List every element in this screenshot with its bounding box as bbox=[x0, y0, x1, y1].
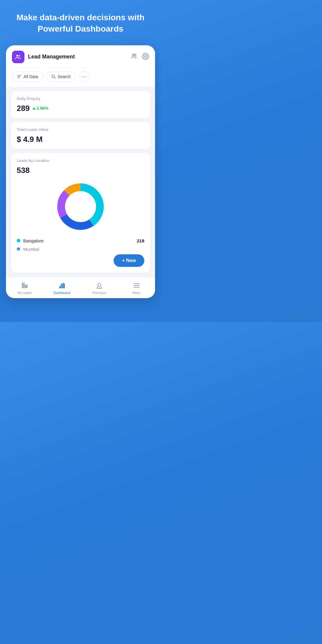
nav-item-all-leads[interactable]: All Leads bbox=[6, 280, 43, 296]
svg-rect-16 bbox=[22, 287, 27, 288]
all-leads-label: All Leads bbox=[18, 291, 32, 295]
more-icon bbox=[132, 281, 141, 290]
hero-title: Make data-driven decisions with Powerful… bbox=[6, 12, 155, 35]
new-button[interactable]: + New bbox=[114, 254, 144, 267]
settings-icon[interactable] bbox=[142, 53, 149, 61]
daily-enquiry-label: Daily Enquiry bbox=[17, 96, 144, 101]
premium-label: Premium bbox=[92, 291, 106, 295]
svg-point-21 bbox=[98, 284, 101, 287]
svg-rect-19 bbox=[63, 284, 65, 288]
svg-point-3 bbox=[135, 54, 136, 55]
daily-enquiry-card: Daily Enquiry 289 2.98% bbox=[11, 91, 150, 118]
app-logo bbox=[12, 51, 24, 63]
svg-rect-14 bbox=[22, 283, 24, 284]
daily-enquiry-change: 2.98% bbox=[32, 106, 48, 111]
more-options-button[interactable]: ··· bbox=[79, 71, 89, 82]
legend-item-bangalore: Bangalore 218 bbox=[17, 238, 144, 243]
bangalore-value: 218 bbox=[137, 238, 144, 243]
new-button-container: + New bbox=[17, 253, 144, 267]
all-data-button[interactable]: All Data bbox=[12, 72, 43, 82]
svg-rect-17 bbox=[59, 286, 61, 288]
mumbai-dot bbox=[17, 247, 20, 251]
total-leads-value: $ 4.9 M bbox=[17, 135, 144, 144]
total-leads-label: Total Leads Value bbox=[17, 127, 144, 132]
app-header: Lead Management bbox=[6, 45, 155, 68]
svg-line-9 bbox=[54, 77, 55, 78]
total-leads-card: Total Leads Value $ 4.9 M bbox=[11, 122, 150, 149]
nav-item-dashboard[interactable]: Dashboard bbox=[43, 280, 80, 296]
premium-icon bbox=[95, 281, 103, 290]
team-icon[interactable] bbox=[131, 53, 138, 61]
legend: Bangalore 218 Mumbai bbox=[17, 236, 144, 253]
mumbai-name: Mumbai bbox=[23, 247, 144, 252]
header-icons bbox=[131, 53, 149, 61]
dashboard-icon bbox=[58, 281, 66, 290]
content-area: Daily Enquiry 289 2.98% Total Leads Valu… bbox=[6, 87, 155, 277]
toolbar: All Data Search ··· bbox=[6, 68, 155, 87]
more-dots: ··· bbox=[81, 73, 87, 80]
svg-point-4 bbox=[145, 55, 146, 57]
svg-point-2 bbox=[132, 54, 134, 56]
donut-chart bbox=[17, 180, 144, 233]
bottom-nav: All Leads Dashboard Premiu bbox=[6, 277, 155, 298]
app-title: Lead Management bbox=[28, 54, 127, 60]
daily-enquiry-value: 289 2.98% bbox=[17, 104, 144, 113]
all-leads-icon bbox=[21, 281, 29, 290]
dashboard-label: Dashboard bbox=[53, 291, 70, 295]
more-label: More bbox=[132, 291, 140, 295]
search-button[interactable]: Search bbox=[46, 72, 76, 82]
location-label: Leads by Location bbox=[17, 158, 144, 163]
svg-rect-15 bbox=[22, 285, 27, 286]
app-card: Lead Management bbox=[6, 45, 155, 298]
svg-point-1 bbox=[19, 55, 20, 56]
up-arrow-icon bbox=[32, 107, 35, 109]
leads-by-location-card: Leads by Location 538 bbox=[11, 153, 150, 273]
search-label: Search bbox=[58, 74, 71, 79]
nav-item-more[interactable]: More bbox=[118, 280, 155, 296]
nav-item-premium[interactable]: Premium bbox=[80, 280, 118, 296]
bangalore-name: Bangalore bbox=[23, 238, 134, 243]
legend-item-mumbai: Mumbai bbox=[17, 247, 144, 252]
svg-rect-18 bbox=[61, 285, 63, 288]
bangalore-dot bbox=[17, 239, 20, 242]
all-data-label: All Data bbox=[24, 74, 38, 79]
svg-point-0 bbox=[16, 55, 18, 57]
location-total: 538 bbox=[17, 166, 144, 175]
